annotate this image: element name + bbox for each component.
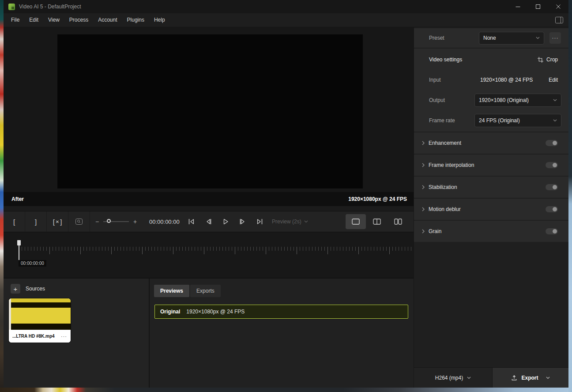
preset-more-button[interactable]: ···	[549, 32, 561, 44]
go-end-button[interactable]	[256, 219, 263, 225]
section-stabilization[interactable]: Stabilization	[414, 177, 568, 198]
menu-view[interactable]: View	[43, 13, 64, 27]
view-single-button[interactable]	[346, 214, 366, 229]
play-button[interactable]	[222, 219, 229, 225]
maximize-button[interactable]	[528, 0, 548, 13]
settings-panel: Preset None ··· Video settings	[414, 27, 568, 388]
zoom-slider-knob[interactable]	[107, 219, 111, 223]
video-preview[interactable]	[57, 34, 363, 188]
crop-button[interactable]: Crop	[538, 57, 558, 63]
bracket-open-icon: [	[53, 218, 55, 226]
output-row: Output 1920×1080 (Original)	[414, 90, 568, 110]
menu-account[interactable]: Account	[93, 13, 122, 27]
go-end-icon	[256, 219, 263, 225]
titlebar: Video AI 5 - DefaultProject	[4, 0, 568, 13]
next-frame-button[interactable]	[239, 219, 246, 225]
preview-duration-dropdown[interactable]: Preview (2s)	[272, 219, 308, 225]
section-frame-interpolation[interactable]: Frame interpolation	[414, 155, 568, 176]
view-split-button[interactable]	[367, 214, 387, 229]
zoom-slider[interactable]	[103, 221, 129, 222]
prev-frame-button[interactable]	[205, 219, 212, 225]
desktop-wallpaper-right	[568, 0, 572, 392]
menu-process[interactable]: Process	[64, 13, 93, 27]
tab-exports[interactable]: Exports	[190, 285, 221, 297]
toggle-knob	[553, 229, 557, 234]
set-out-button[interactable]: ]	[25, 211, 47, 232]
view-side-by-side-icon	[394, 219, 402, 225]
timecode-display: 00:00:00:00	[149, 219, 182, 225]
go-start-button[interactable]	[188, 219, 195, 225]
video-settings-title: Video settings	[429, 57, 462, 63]
preset-dropdown[interactable]: None	[479, 32, 544, 45]
menu-help[interactable]: Help	[149, 13, 170, 27]
preview-item-name: Original	[160, 309, 180, 315]
edit-button[interactable]: Edit	[549, 77, 558, 83]
tab-previews[interactable]: Previews	[154, 285, 189, 297]
grain-toggle[interactable]	[546, 228, 558, 234]
menu-plugins[interactable]: Plugins	[122, 13, 149, 27]
bracket-open-icon: [	[13, 218, 15, 226]
frame-interpolation-toggle[interactable]	[546, 162, 558, 168]
panel-toggle-icon	[555, 17, 563, 23]
panel-toggle-button[interactable]	[555, 17, 563, 23]
menu-file[interactable]: File	[6, 13, 24, 27]
playhead-time-label: 00:00:00:00	[19, 260, 46, 267]
sources-panel: + Sources ...LTRA HD #8K.mp4 ···	[4, 279, 149, 388]
view-single-icon	[352, 219, 360, 225]
minimize-button[interactable]	[508, 0, 528, 13]
frame-rate-row: Frame rate 24 FPS (Original)	[414, 110, 568, 131]
toggle-knob	[553, 207, 557, 211]
clear-x-icon: ✕	[56, 219, 59, 224]
menu-edit[interactable]: Edit	[24, 13, 43, 27]
zoom-selection-button[interactable]	[68, 211, 90, 232]
crop-icon	[538, 57, 543, 63]
chevron-right-icon	[422, 141, 425, 145]
section-grain[interactable]: Grain	[414, 221, 568, 242]
toggle-knob	[553, 163, 557, 167]
maximize-icon	[536, 4, 540, 9]
playhead-line[interactable]	[19, 242, 19, 262]
section-label: Frame interpolation	[429, 162, 474, 168]
view-extra-button[interactable]	[409, 214, 414, 229]
minimize-icon	[516, 4, 520, 9]
timeline[interactable]: 00:00:00:00	[4, 232, 414, 279]
preset-value: None	[483, 35, 496, 41]
zoom-out-button[interactable]: −	[93, 218, 102, 225]
next-frame-icon	[239, 219, 246, 225]
main-area: After 1920×1080px @ 24 FPS [ ] [ ✕ ]	[4, 27, 414, 388]
zoom-in-button[interactable]: +	[131, 218, 139, 225]
export-button[interactable]: Export	[493, 368, 568, 388]
output-value: 1920×1080 (Original)	[479, 97, 529, 103]
preview-info-bar: After 1920×1080px @ 24 FPS	[4, 192, 414, 206]
frame-rate-dropdown[interactable]: 24 FPS (Original)	[474, 114, 561, 127]
input-label: Input	[429, 77, 441, 83]
chevron-down-icon	[546, 377, 550, 379]
chevron-right-icon	[422, 229, 425, 234]
menubar: File Edit View Process Account Plugins H…	[4, 13, 568, 27]
desktop-wallpaper-left	[0, 0, 4, 392]
bottom-panels: + Sources ...LTRA HD #8K.mp4 ···	[4, 279, 414, 388]
chevron-down-icon	[553, 119, 557, 122]
output-dropdown[interactable]: 1920×1080 (Original)	[474, 94, 561, 107]
preview-item-original[interactable]: Original 1920×1080px @ 24 FPS	[154, 305, 408, 319]
more-icon: ···	[552, 35, 559, 41]
zoom-selection-icon	[75, 219, 83, 225]
source-label-row: ...LTRA HD #8K.mp4 ···	[9, 330, 71, 343]
source-card[interactable]: ...LTRA HD #8K.mp4 ···	[9, 298, 71, 343]
enhancement-toggle[interactable]	[546, 140, 558, 146]
stabilization-toggle[interactable]	[546, 184, 558, 190]
window-title: Video AI 5 - DefaultProject	[19, 4, 81, 10]
view-side-by-side-button[interactable]	[388, 214, 408, 229]
section-motion-deblur[interactable]: Motion deblur	[414, 199, 568, 220]
source-menu-button[interactable]: ···	[61, 334, 67, 339]
motion-deblur-toggle[interactable]	[546, 206, 558, 212]
prev-frame-icon	[205, 219, 212, 225]
set-in-button[interactable]: [	[4, 211, 25, 232]
section-enhancement[interactable]: Enhancement	[414, 132, 568, 154]
clear-trim-button[interactable]: [ ✕ ]	[47, 211, 68, 232]
section-label: Motion deblur	[429, 206, 461, 212]
bracket-close-icon: ]	[35, 218, 37, 226]
close-button[interactable]	[548, 0, 568, 13]
format-dropdown[interactable]: H264 (mp4)	[414, 368, 493, 388]
add-source-button[interactable]: +	[11, 284, 20, 294]
